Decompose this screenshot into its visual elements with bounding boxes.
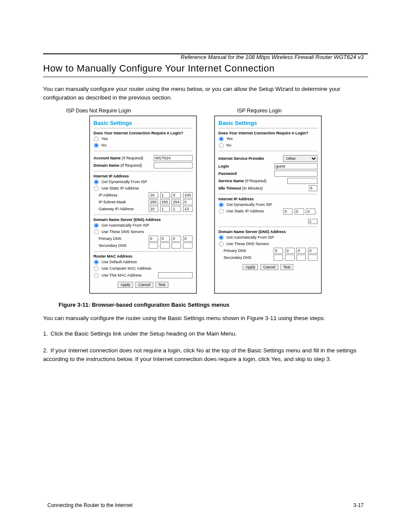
sip-a[interactable] xyxy=(283,208,293,215)
login-no-radio[interactable] xyxy=(94,143,99,148)
isp-select[interactable]: Other xyxy=(283,155,318,162)
dns-auto-radio-2[interactable] xyxy=(219,235,224,240)
primary-dns-label: Primary DNS xyxy=(99,236,149,241)
if-required-3: (If Required) xyxy=(245,179,267,183)
primary-dns-label-2: Primary DNS xyxy=(224,249,274,253)
ip-static-radio[interactable] xyxy=(94,186,99,191)
gateway-input[interactable]: . . . xyxy=(149,206,193,212)
sdns2-b[interactable] xyxy=(285,255,295,261)
dns-auto-radio[interactable] xyxy=(94,223,99,228)
dns-static-radio-2[interactable] xyxy=(219,242,224,246)
section-title: How to Manually Configure Your Internet … xyxy=(43,63,368,74)
sdns-d[interactable] xyxy=(183,243,193,249)
list-item: 2.If your Internet connection does not r… xyxy=(43,346,368,363)
pdns2-d[interactable] xyxy=(308,248,318,254)
sip-b[interactable] xyxy=(295,208,304,215)
secondary-dns-label: Secondary DNS xyxy=(99,243,149,248)
dns-static-label: Use These DNS Servers xyxy=(102,230,144,234)
intro-paragraph: You can manually configure your router u… xyxy=(43,85,368,102)
sip-d[interactable] xyxy=(308,219,318,224)
sdns-c[interactable] xyxy=(171,243,181,249)
domain-name-input[interactable] xyxy=(154,162,193,168)
account-name-label: Account Name xyxy=(93,156,121,160)
secondary-dns-input-2[interactable]: . . . xyxy=(274,255,318,261)
sdns-b[interactable] xyxy=(160,243,170,249)
password-input[interactable] xyxy=(274,171,318,177)
cancel-button-2[interactable]: Cancel xyxy=(260,264,278,270)
mask-a[interactable] xyxy=(149,199,158,205)
pdns-a[interactable] xyxy=(149,236,158,242)
ip-b[interactable] xyxy=(160,192,170,198)
login-input[interactable] xyxy=(274,163,318,169)
idle-timeout-input[interactable] xyxy=(309,185,318,191)
step-1-text: Click the Basic Settings link under the … xyxy=(50,330,237,337)
label-isp-no-login: ISP Does Not Require Login xyxy=(66,108,174,114)
pdns2-c[interactable] xyxy=(296,248,306,254)
dns-static-radio[interactable] xyxy=(94,230,99,234)
login-yes-radio-2[interactable] xyxy=(219,137,224,141)
gw-b[interactable] xyxy=(160,206,170,212)
secondary-dns-input[interactable]: . . . xyxy=(149,243,193,249)
subnet-label: IP Subnet Mask xyxy=(99,200,149,204)
label-yes-2: Yes xyxy=(226,137,233,141)
login-no-radio-2[interactable] xyxy=(219,143,224,148)
label-yes: Yes xyxy=(101,137,108,141)
label-no-2: No xyxy=(227,143,232,147)
ip-address-input[interactable]: . . . xyxy=(149,192,193,198)
router-mac-title: Router MAC Address xyxy=(93,254,193,258)
ip-a[interactable] xyxy=(149,192,158,198)
mask-b[interactable] xyxy=(160,199,170,205)
mask-d[interactable] xyxy=(183,199,193,205)
figure-caption: Figure 3-11: Browser-based configuration… xyxy=(59,302,368,308)
ip-static-label-2: Use Static IP Address xyxy=(227,209,264,213)
dns-static-label-2: Use These DNS Servers xyxy=(227,242,269,246)
ip-d[interactable] xyxy=(183,192,193,198)
ip-static-label: Use Static IP Address xyxy=(102,186,139,190)
pdns-c[interactable] xyxy=(171,236,181,242)
ip-c[interactable] xyxy=(171,192,181,198)
mac-computer-radio[interactable] xyxy=(94,266,99,271)
dns-title: Domain Name Server (DNS) Address xyxy=(93,218,193,222)
primary-dns-input-2[interactable]: . . . xyxy=(274,248,318,254)
ip-dynamic-radio[interactable] xyxy=(94,180,99,184)
apply-button[interactable]: Apply xyxy=(118,282,134,288)
account-name-input[interactable] xyxy=(154,155,193,161)
sdns2-a[interactable] xyxy=(274,255,283,261)
primary-dns-input[interactable]: . . . xyxy=(149,236,193,242)
isp-label: Internet Service Provider xyxy=(218,156,265,161)
password-label: Password xyxy=(218,171,237,176)
static-ip-input[interactable]: . . . xyxy=(283,208,318,215)
cancel-button[interactable]: Cancel xyxy=(135,282,153,288)
pdns-d[interactable] xyxy=(183,236,193,242)
login-yes-radio[interactable] xyxy=(94,137,99,141)
dns-auto-label: Get Automatically From ISP xyxy=(102,223,149,227)
mac-this-radio[interactable] xyxy=(94,273,99,278)
section-rule xyxy=(43,77,368,77)
mac-default-radio[interactable] xyxy=(94,260,99,264)
pdns2-b[interactable] xyxy=(285,248,295,254)
test-button-2[interactable]: Test xyxy=(280,264,294,270)
internet-ip-title: Internet IP Address xyxy=(93,174,193,178)
gw-d[interactable] xyxy=(183,206,193,212)
gw-c[interactable] xyxy=(171,206,181,212)
footer-left: Connecting the Router to the Internet xyxy=(47,502,132,508)
pdns2-a[interactable] xyxy=(274,248,283,254)
ip-static-radio-2[interactable] xyxy=(219,209,224,214)
mac-default-label: Use Default Address xyxy=(102,260,137,264)
sdns2-d[interactable] xyxy=(308,255,318,261)
service-name-input[interactable] xyxy=(287,178,318,184)
sdns-a[interactable] xyxy=(149,243,158,249)
mac-input[interactable] xyxy=(158,272,193,278)
mac-computer-label: Use Computer MAC Address xyxy=(102,266,152,271)
pdns-b[interactable] xyxy=(160,236,170,242)
test-button[interactable]: Test xyxy=(156,282,169,288)
gw-a[interactable] xyxy=(149,206,158,212)
doc-title: Reference Manual for the 108 Mbps Wirele… xyxy=(181,54,364,60)
ip-dynamic-radio-2[interactable] xyxy=(219,202,224,207)
apply-button-2[interactable]: Apply xyxy=(243,264,258,270)
mask-c[interactable] xyxy=(171,199,181,205)
sdns2-c[interactable] xyxy=(296,255,306,261)
list-item: 1.Click the Basic Settings link under th… xyxy=(43,330,368,338)
sip-c[interactable] xyxy=(306,208,315,215)
subnet-input[interactable]: . . . xyxy=(149,199,193,205)
